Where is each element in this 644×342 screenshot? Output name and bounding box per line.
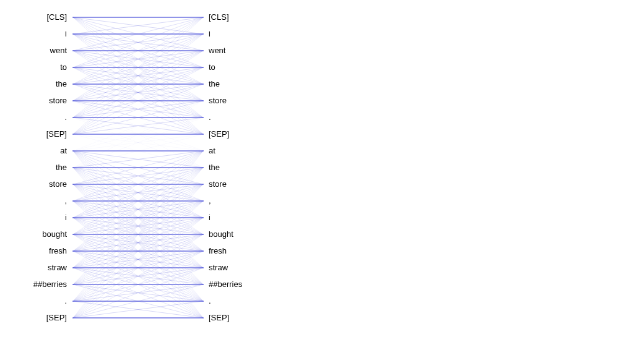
svg-line-104 (73, 201, 203, 268)
svg-line-16 (73, 17, 203, 51)
svg-line-38 (73, 84, 203, 118)
svg-line-34 (73, 51, 203, 84)
left-token: to (60, 63, 67, 71)
svg-line-13 (73, 34, 203, 101)
svg-line-159 (73, 268, 203, 284)
svg-line-41 (73, 34, 203, 101)
svg-line-173 (73, 301, 203, 318)
right-token: bought (209, 230, 233, 238)
svg-line-21 (73, 51, 203, 101)
right-token: straw (209, 263, 228, 271)
svg-line-68 (73, 151, 203, 218)
svg-line-72 (73, 151, 203, 284)
left-token: i (65, 30, 67, 38)
svg-line-181 (73, 268, 203, 318)
svg-line-80 (73, 168, 203, 234)
svg-line-163 (73, 151, 203, 301)
right-token: the (209, 163, 220, 171)
left-token: store (49, 180, 67, 188)
svg-line-154 (73, 184, 203, 284)
svg-line-122 (73, 201, 203, 234)
svg-line-177 (73, 201, 203, 318)
svg-line-12 (73, 34, 203, 84)
svg-line-105 (73, 201, 203, 284)
svg-line-174 (73, 151, 203, 318)
svg-line-84 (73, 168, 203, 301)
svg-line-37 (73, 84, 203, 101)
svg-line-59 (73, 67, 203, 134)
svg-line-135 (73, 234, 203, 251)
svg-line-138 (73, 251, 203, 284)
right-token: store (209, 180, 227, 188)
svg-line-194 (73, 101, 203, 168)
svg-line-130 (73, 151, 203, 251)
svg-line-99 (73, 184, 203, 201)
svg-line-70 (73, 151, 203, 251)
svg-line-66 (73, 151, 203, 184)
svg-line-23 (73, 51, 203, 134)
svg-line-164 (73, 168, 203, 301)
svg-line-167 (73, 218, 203, 301)
svg-line-91 (73, 184, 203, 234)
svg-line-69 (73, 151, 203, 234)
svg-line-30 (73, 67, 203, 118)
svg-line-147 (73, 251, 203, 268)
right-token: . (209, 297, 211, 305)
svg-line-126 (73, 234, 203, 268)
svg-line-132 (73, 184, 203, 251)
svg-line-98 (73, 168, 203, 201)
left-token: fresh (49, 247, 67, 255)
svg-line-195 (73, 118, 203, 168)
svg-line-51 (73, 67, 203, 118)
svg-line-48 (73, 17, 203, 118)
svg-line-39 (73, 84, 203, 134)
svg-line-141 (73, 151, 203, 268)
svg-line-90 (73, 184, 203, 218)
left-token: , (64, 197, 67, 205)
svg-line-129 (73, 234, 203, 318)
svg-line-47 (73, 101, 203, 134)
left-token: [CLS] (46, 13, 67, 21)
svg-line-33 (73, 34, 203, 84)
left-token: went (50, 46, 67, 54)
left-token: . (64, 113, 67, 121)
svg-line-58 (73, 51, 203, 134)
svg-line-158 (73, 251, 203, 284)
right-token: fresh (209, 247, 227, 255)
svg-line-110 (73, 184, 203, 218)
svg-line-156 (73, 218, 203, 284)
right-token: [SEP] (209, 130, 229, 138)
svg-line-20 (73, 51, 203, 84)
svg-line-53 (73, 101, 203, 118)
svg-line-26 (73, 51, 203, 67)
svg-line-96 (73, 184, 203, 318)
right-token: [SEP] (209, 314, 229, 322)
svg-line-176 (73, 184, 203, 318)
svg-line-144 (73, 201, 203, 268)
svg-line-60 (73, 84, 203, 134)
right-token: , (209, 197, 211, 205)
svg-line-75 (73, 151, 203, 168)
svg-line-140 (73, 251, 203, 318)
right-token: [CLS] (209, 13, 229, 21)
svg-line-186 (73, 101, 203, 168)
right-token: i (209, 30, 211, 38)
svg-line-121 (73, 184, 203, 234)
svg-line-74 (73, 151, 203, 318)
svg-line-55 (73, 118, 203, 134)
svg-line-142 (73, 168, 203, 268)
svg-line-178 (73, 218, 203, 318)
svg-line-185 (73, 101, 203, 151)
svg-line-81 (73, 168, 203, 251)
svg-line-193 (73, 134, 203, 151)
svg-line-93 (73, 184, 203, 268)
svg-line-6 (73, 17, 203, 118)
svg-line-92 (73, 184, 203, 251)
svg-line-165 (73, 184, 203, 301)
svg-line-182 (73, 284, 203, 318)
svg-line-146 (73, 234, 203, 268)
svg-line-97 (73, 151, 203, 201)
svg-line-65 (73, 151, 203, 168)
svg-line-155 (73, 201, 203, 284)
svg-line-95 (73, 184, 203, 301)
